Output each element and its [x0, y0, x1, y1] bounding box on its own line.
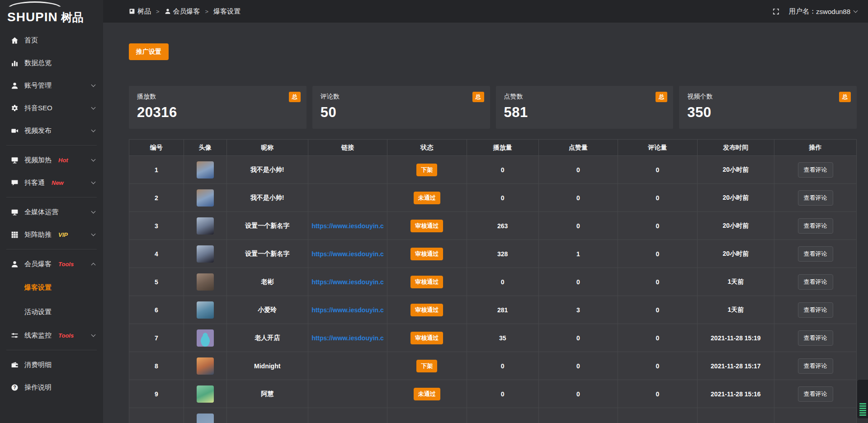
chevron-down-icon — [91, 179, 96, 184]
help-icon: ? — [11, 384, 19, 391]
home-icon — [11, 37, 19, 44]
avatar-cell — [184, 268, 226, 296]
time-cell: 2021-11-28 15:19 — [697, 324, 774, 352]
breadcrumb-item[interactable]: 会员爆客 — [165, 7, 200, 16]
sidebar-item[interactable]: 消费明细 — [0, 353, 103, 376]
plays-cell: 0 — [467, 380, 538, 408]
sidebar-item[interactable]: 矩阵助推VIP — [0, 223, 103, 246]
stat-card-value: 581 — [504, 104, 665, 121]
sidebar-item[interactable]: 视频加热Hot — [0, 149, 103, 171]
view-comments-button[interactable]: 查看评论 — [798, 386, 833, 402]
plays-cell: 328 — [467, 240, 538, 268]
sidebar-item[interactable]: ?操作说明 — [0, 376, 103, 399]
total-badge: 总 — [839, 92, 851, 102]
fullscreen-icon[interactable] — [772, 8, 780, 15]
floating-widget[interactable] — [857, 379, 868, 419]
total-badge: 总 — [289, 92, 301, 102]
comments-cell: 0 — [618, 212, 697, 240]
video-link[interactable]: https://www.iesdouyin.c — [309, 334, 386, 342]
view-comments-button[interactable]: 查看评论 — [798, 302, 833, 318]
link-cell — [308, 156, 387, 184]
status-cell: 未通过 — [387, 380, 467, 408]
user-menu[interactable]: 用户名：zswodun88 — [789, 7, 857, 16]
sidebar-item-badge: Hot — [58, 157, 68, 164]
sidebar-item[interactable]: 数据总览 — [0, 52, 103, 74]
stat-card: 视频个数350总 — [679, 86, 857, 129]
wallet-icon — [11, 361, 19, 369]
chevron-down-icon — [854, 8, 858, 13]
plays-cell: 281 — [467, 296, 538, 324]
grid-icon — [11, 231, 19, 239]
status-badge: 审核通过 — [410, 248, 443, 260]
member-icon — [165, 8, 171, 14]
sidebar-item[interactable]: 抖音SEO — [0, 97, 103, 119]
nickname-cell — [226, 408, 308, 423]
link-cell — [308, 408, 387, 423]
sidebar-subitem[interactable]: 爆客设置 — [0, 275, 103, 300]
view-comments-button[interactable]: 查看评论 — [798, 358, 833, 374]
sidebar-item-label: 矩阵助推 — [24, 230, 52, 239]
sidebar-item-badge: Tools — [58, 261, 74, 268]
view-comments-button[interactable]: 查看评论 — [798, 330, 833, 346]
link-cell — [308, 380, 387, 408]
bar-chart-icon — [11, 59, 19, 67]
plays-cell: 0 — [467, 268, 538, 296]
status-badge: 审核通过 — [410, 220, 443, 232]
view-comments-button[interactable]: 查看评论 — [798, 190, 833, 206]
sidebar-item[interactable]: 会员爆客Tools — [0, 253, 103, 275]
sidebar-subitem[interactable]: 活动设置 — [0, 300, 103, 324]
status-cell: 审核通过 — [387, 240, 467, 268]
topbar-right: 用户名：zswodun88 — [772, 7, 857, 16]
time-cell: 20小时前 — [697, 212, 774, 240]
sidebar-item[interactable]: 账号管理 — [0, 74, 103, 97]
action-cell: 查看评论 — [774, 324, 857, 352]
sidebar-item[interactable]: 视频发布 — [0, 119, 103, 142]
view-comments-button[interactable]: 查看评论 — [798, 274, 833, 290]
view-comments-button[interactable]: 查看评论 — [798, 246, 833, 262]
sidebar-item[interactable]: 首页 — [0, 29, 103, 52]
link-cell: https://www.iesdouyin.c — [308, 324, 387, 352]
status-cell: 下架 — [387, 156, 467, 184]
breadcrumb: 树品>会员爆客>爆客设置 — [129, 7, 241, 16]
nickname-cell: 设置一个新名字 — [226, 240, 308, 268]
sidebar-item[interactable]: 线索监控Tools — [0, 324, 103, 347]
avatar-cell — [184, 156, 226, 184]
username: zswodun88 — [816, 8, 850, 15]
breadcrumb-item[interactable]: 树品 — [129, 7, 151, 16]
chevron-down-icon — [91, 105, 96, 109]
chevron-up-icon — [91, 263, 96, 268]
chevron-down-icon — [91, 332, 96, 337]
main-column: 树品>会员爆客>爆客设置 用户名：zswodun88 推广设置 播放数20316… — [103, 0, 868, 423]
promo-settings-button[interactable]: 推广设置 — [129, 43, 169, 60]
username-label: 用户名： — [789, 7, 816, 16]
breadcrumb-label: 树品 — [137, 7, 151, 16]
view-comments-button[interactable]: 查看评论 — [798, 218, 833, 234]
stat-card-label: 视频个数 — [687, 93, 849, 101]
time-cell: 2021-11-28 15:16 — [697, 380, 774, 408]
plays-cell: 0 — [467, 184, 538, 212]
status-cell: 下架 — [387, 352, 467, 380]
breadcrumb-separator: > — [156, 8, 160, 15]
widget-bar — [859, 408, 866, 409]
action-cell: 查看评论 — [774, 156, 857, 184]
user-icon — [11, 82, 19, 89]
view-comments-button[interactable]: 查看评论 — [798, 162, 833, 178]
sidebar-item-badge: New — [52, 179, 64, 186]
logo-text: SHUPIN — [7, 10, 58, 24]
topbar: 树品>会员爆客>爆客设置 用户名：zswodun88 — [103, 0, 868, 23]
status-cell: 审核通过 — [387, 268, 467, 296]
sidebar-item[interactable]: 全媒体运营 — [0, 201, 103, 223]
video-link[interactable]: https://www.iesdouyin.c — [309, 250, 386, 258]
avatar-cell — [184, 380, 226, 408]
column-header: 编号 — [129, 140, 184, 156]
action-cell: 查看评论 — [774, 296, 857, 324]
widget-bar — [859, 403, 866, 404]
sidebar-item[interactable]: 抖客通New — [0, 171, 103, 194]
video-link[interactable]: https://www.iesdouyin.c — [309, 222, 386, 230]
link-cell: https://www.iesdouyin.c — [308, 268, 387, 296]
video-link[interactable]: https://www.iesdouyin.c — [309, 278, 386, 286]
video-link[interactable]: https://www.iesdouyin.c — [309, 306, 386, 314]
sidebar-item-label: 视频发布 — [24, 127, 52, 135]
sidebar-item-badge: Tools — [58, 332, 74, 339]
comments-cell: 0 — [618, 240, 697, 268]
